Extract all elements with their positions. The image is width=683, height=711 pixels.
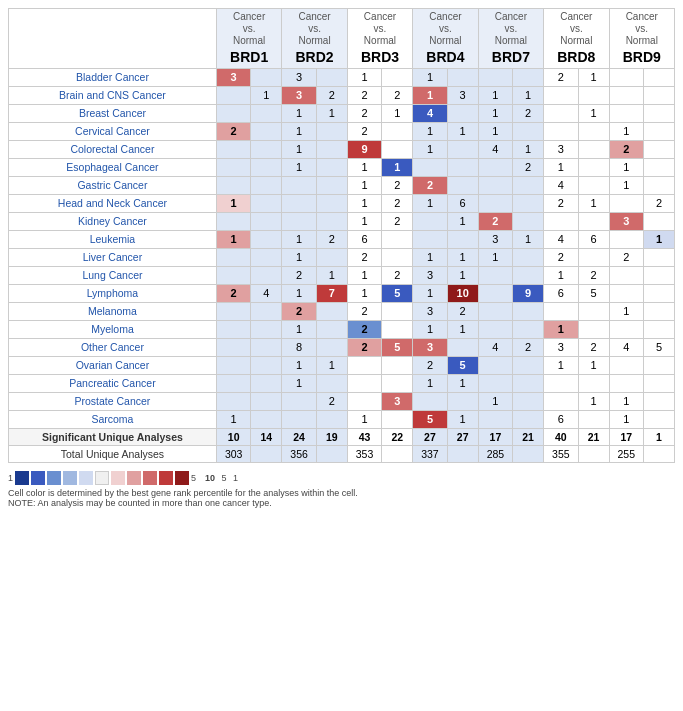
data-cell[interactable] <box>478 356 513 374</box>
data-cell[interactable]: 1 <box>478 104 513 122</box>
data-cell[interactable]: 2 <box>609 248 644 266</box>
data-cell[interactable] <box>609 356 644 374</box>
data-cell[interactable]: 2 <box>282 266 317 284</box>
data-cell[interactable]: 1 <box>447 122 478 140</box>
data-cell[interactable] <box>478 158 513 176</box>
data-cell[interactable] <box>316 410 347 428</box>
data-cell[interactable] <box>216 320 251 338</box>
data-cell[interactable]: 10 <box>447 284 478 302</box>
data-cell[interactable] <box>251 374 282 392</box>
data-cell[interactable] <box>251 248 282 266</box>
data-cell[interactable]: 4 <box>251 284 282 302</box>
data-cell[interactable]: 2 <box>382 266 413 284</box>
data-cell[interactable] <box>478 176 513 194</box>
data-cell[interactable] <box>644 212 675 230</box>
data-cell[interactable] <box>216 302 251 320</box>
data-cell[interactable]: 1 <box>447 266 478 284</box>
data-cell[interactable]: 1 <box>513 230 544 248</box>
data-cell[interactable] <box>513 68 544 86</box>
data-cell[interactable]: 5 <box>382 284 413 302</box>
data-cell[interactable] <box>644 392 675 410</box>
data-cell[interactable]: 1 <box>513 140 544 158</box>
data-cell[interactable] <box>578 302 609 320</box>
data-cell[interactable]: 1 <box>578 68 609 86</box>
data-cell[interactable]: 5 <box>644 338 675 356</box>
data-cell[interactable]: 2 <box>316 392 347 410</box>
data-cell[interactable] <box>478 68 513 86</box>
data-cell[interactable] <box>251 176 282 194</box>
data-cell[interactable] <box>251 320 282 338</box>
data-cell[interactable]: 1 <box>347 176 382 194</box>
data-cell[interactable] <box>251 266 282 284</box>
data-cell[interactable]: 2 <box>216 284 251 302</box>
data-cell[interactable]: 1 <box>447 212 478 230</box>
data-cell[interactable]: 1 <box>216 230 251 248</box>
data-cell[interactable]: 2 <box>216 122 251 140</box>
data-cell[interactable] <box>447 392 478 410</box>
data-cell[interactable]: 1 <box>282 284 317 302</box>
data-cell[interactable] <box>216 266 251 284</box>
data-cell[interactable] <box>544 122 579 140</box>
data-cell[interactable] <box>382 410 413 428</box>
data-cell[interactable] <box>478 284 513 302</box>
data-cell[interactable]: 6 <box>544 410 579 428</box>
data-cell[interactable] <box>282 194 317 212</box>
data-cell[interactable] <box>316 212 347 230</box>
data-cell[interactable]: 3 <box>282 68 317 86</box>
data-cell[interactable] <box>251 194 282 212</box>
data-cell[interactable]: 1 <box>282 104 317 122</box>
data-cell[interactable]: 4 <box>544 230 579 248</box>
data-cell[interactable] <box>513 266 544 284</box>
data-cell[interactable]: 2 <box>316 86 347 104</box>
data-cell[interactable] <box>251 392 282 410</box>
data-cell[interactable]: 1 <box>478 248 513 266</box>
data-cell[interactable] <box>609 68 644 86</box>
data-cell[interactable]: 2 <box>609 140 644 158</box>
data-cell[interactable] <box>644 176 675 194</box>
data-cell[interactable] <box>316 302 347 320</box>
data-cell[interactable]: 2 <box>347 338 382 356</box>
data-cell[interactable]: 9 <box>347 140 382 158</box>
data-cell[interactable] <box>347 374 382 392</box>
data-cell[interactable] <box>513 392 544 410</box>
data-cell[interactable]: 4 <box>478 140 513 158</box>
data-cell[interactable] <box>216 338 251 356</box>
data-cell[interactable]: 1 <box>347 194 382 212</box>
data-cell[interactable] <box>544 86 579 104</box>
data-cell[interactable] <box>216 392 251 410</box>
data-cell[interactable] <box>382 68 413 86</box>
data-cell[interactable] <box>478 374 513 392</box>
data-cell[interactable] <box>447 104 478 122</box>
data-cell[interactable] <box>544 212 579 230</box>
data-cell[interactable]: 2 <box>382 212 413 230</box>
data-cell[interactable] <box>644 266 675 284</box>
data-cell[interactable] <box>316 122 347 140</box>
data-cell[interactable] <box>644 122 675 140</box>
data-cell[interactable] <box>578 248 609 266</box>
data-cell[interactable]: 1 <box>609 158 644 176</box>
data-cell[interactable] <box>382 302 413 320</box>
data-cell[interactable] <box>644 284 675 302</box>
data-cell[interactable]: 2 <box>347 86 382 104</box>
data-cell[interactable] <box>216 356 251 374</box>
data-cell[interactable] <box>251 410 282 428</box>
data-cell[interactable]: 1 <box>578 194 609 212</box>
data-cell[interactable]: 2 <box>513 338 544 356</box>
data-cell[interactable] <box>644 248 675 266</box>
data-cell[interactable] <box>413 230 448 248</box>
data-cell[interactable] <box>447 176 478 194</box>
data-cell[interactable]: 1 <box>216 194 251 212</box>
data-cell[interactable] <box>513 302 544 320</box>
data-cell[interactable] <box>251 104 282 122</box>
data-cell[interactable]: 1 <box>478 86 513 104</box>
data-cell[interactable]: 2 <box>544 68 579 86</box>
data-cell[interactable] <box>644 68 675 86</box>
data-cell[interactable] <box>609 86 644 104</box>
data-cell[interactable] <box>216 104 251 122</box>
data-cell[interactable] <box>478 266 513 284</box>
data-cell[interactable]: 2 <box>513 158 544 176</box>
data-cell[interactable] <box>282 410 317 428</box>
data-cell[interactable] <box>316 338 347 356</box>
data-cell[interactable]: 2 <box>413 176 448 194</box>
data-cell[interactable] <box>609 266 644 284</box>
